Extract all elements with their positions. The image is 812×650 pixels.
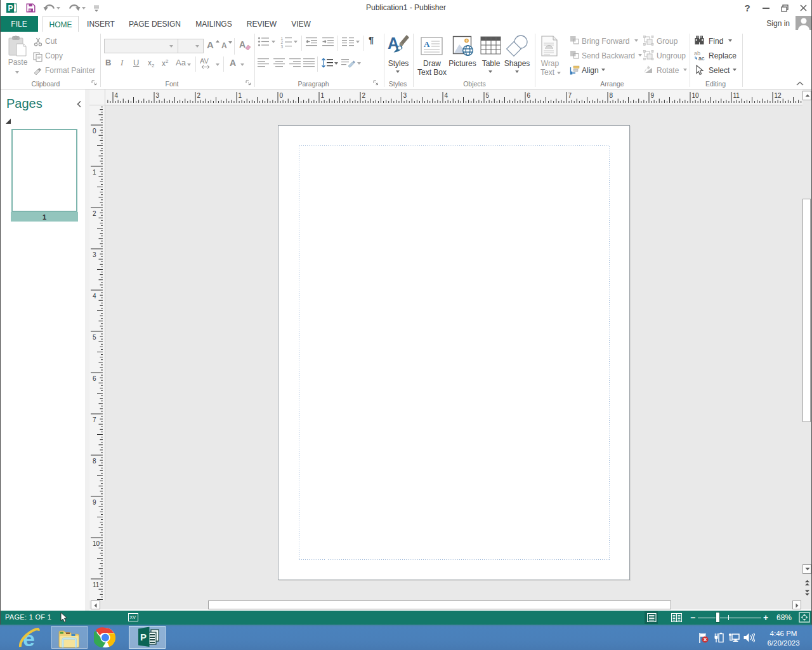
svg-text:9: 9 bbox=[93, 499, 96, 506]
svg-text:8: 8 bbox=[610, 92, 613, 99]
svg-text:2: 2 bbox=[362, 92, 366, 99]
svg-text:11: 11 bbox=[733, 92, 740, 99]
svg-text:A: A bbox=[424, 39, 430, 49]
svg-text:3: 3 bbox=[93, 251, 96, 258]
svg-text:3: 3 bbox=[403, 92, 407, 99]
svg-text:P: P bbox=[140, 632, 147, 642]
svg-text:10: 10 bbox=[93, 540, 100, 547]
svg-text:4: 4 bbox=[445, 92, 449, 99]
svg-text:2: 2 bbox=[197, 92, 201, 99]
svg-text:1: 1 bbox=[321, 92, 325, 99]
svg-text:9: 9 bbox=[651, 92, 655, 99]
svg-text:7: 7 bbox=[93, 416, 96, 423]
svg-text:AV: AV bbox=[200, 57, 209, 65]
svg-text:2: 2 bbox=[93, 210, 96, 217]
svg-text:12: 12 bbox=[775, 92, 782, 99]
svg-text:1: 1 bbox=[93, 169, 96, 176]
svg-text:4: 4 bbox=[115, 92, 119, 99]
svg-text:ac: ac bbox=[698, 55, 705, 61]
svg-text:4: 4 bbox=[93, 293, 96, 300]
svg-text:1: 1 bbox=[239, 92, 242, 99]
svg-text:XV: XV bbox=[130, 615, 136, 620]
svg-text:5: 5 bbox=[486, 92, 490, 99]
svg-text:3: 3 bbox=[156, 92, 160, 99]
svg-text:10: 10 bbox=[692, 92, 700, 99]
svg-text:3: 3 bbox=[281, 44, 284, 49]
svg-text:7: 7 bbox=[568, 92, 572, 99]
svg-text:6: 6 bbox=[93, 375, 96, 382]
svg-text:0: 0 bbox=[93, 128, 96, 135]
svg-text:8: 8 bbox=[93, 458, 96, 465]
svg-text:11: 11 bbox=[93, 581, 100, 588]
svg-text:5: 5 bbox=[93, 334, 96, 341]
svg-text:0: 0 bbox=[280, 92, 284, 99]
svg-text:6: 6 bbox=[527, 92, 531, 99]
